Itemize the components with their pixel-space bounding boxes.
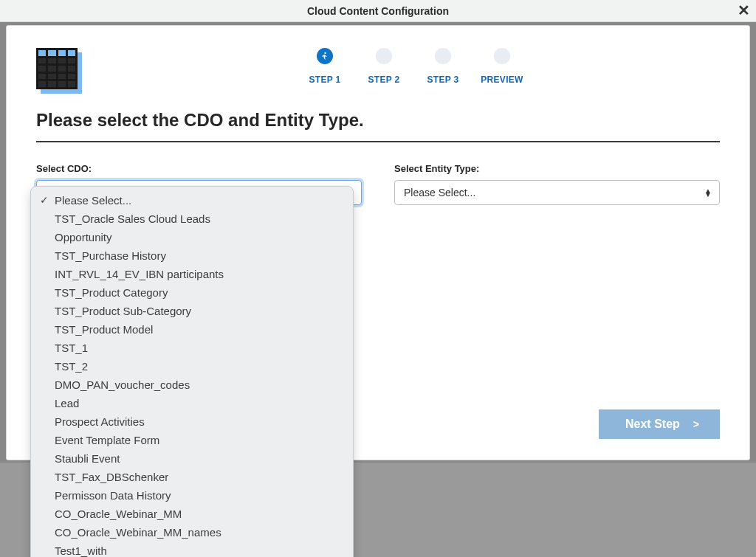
chevron-right-icon: >: [693, 418, 699, 430]
entity-select[interactable]: Please Select... ▲▼: [394, 180, 720, 205]
step-2[interactable]: STEP 2: [354, 48, 413, 85]
step-label: STEP 1: [309, 75, 341, 85]
cdo-dropdown[interactable]: Please Select...TST_Oracle Sales Cloud L…: [30, 186, 354, 557]
dropdown-item[interactable]: Opportunity: [31, 228, 353, 246]
modal-window: Cloud Content Configuration ✕: [0, 0, 756, 557]
dropdown-item[interactable]: Permisson Data History: [31, 486, 353, 505]
panel-header: STEP 1 STEP 2 STEP 3 PREVIEW: [36, 48, 720, 89]
titlebar: Cloud Content Configuration ✕: [0, 0, 756, 22]
dropdown-item[interactable]: DMO_PAN_voucher_codes: [31, 376, 353, 394]
stepper: STEP 1 STEP 2 STEP 3 PREVIEW: [107, 48, 720, 85]
step-label: STEP 2: [368, 75, 400, 85]
page-heading: Please select the CDO and Entity Type.: [36, 110, 720, 131]
step-preview[interactable]: PREVIEW: [472, 48, 532, 85]
divider: [36, 141, 720, 142]
step-1[interactable]: STEP 1: [295, 48, 354, 85]
step-3[interactable]: STEP 3: [413, 48, 472, 85]
table-icon: [36, 48, 78, 89]
dropdown-item[interactable]: TST_Product Sub-Category: [31, 302, 353, 320]
dropdown-item[interactable]: TST_Product Model: [31, 320, 353, 339]
dropdown-item[interactable]: Event Template Form: [31, 431, 353, 449]
entity-label: Select Entity Type:: [394, 163, 720, 174]
dropdown-item[interactable]: Please Select...: [31, 191, 353, 210]
step-dot: [376, 48, 392, 64]
dropdown-item[interactable]: Test1_with: [31, 542, 353, 557]
dropdown-item[interactable]: TST_2: [31, 357, 353, 376]
dropdown-item[interactable]: Lead: [31, 394, 353, 412]
runner-icon: [317, 48, 333, 64]
step-label: PREVIEW: [481, 75, 523, 85]
chevron-updown-icon: ▲▼: [704, 189, 712, 196]
dropdown-item[interactable]: TST_Product Category: [31, 283, 353, 302]
dropdown-item[interactable]: TST_1: [31, 339, 353, 357]
dropdown-item[interactable]: CO_Oracle_Webinar_MM_names: [31, 523, 353, 542]
modal-title: Cloud Content Configuration: [307, 5, 449, 17]
dropdown-item[interactable]: Staubli Event: [31, 449, 353, 468]
step-dot: [435, 48, 451, 64]
cdo-label: Select CDO:: [36, 163, 362, 174]
dropdown-item[interactable]: CO_Oracle_Webinar_MM: [31, 505, 353, 523]
dropdown-item[interactable]: Prospect Activities: [31, 412, 353, 431]
close-icon[interactable]: ✕: [738, 3, 750, 18]
next-step-button[interactable]: Next Step >: [599, 409, 720, 439]
entity-select-value: Please Select...: [404, 187, 475, 198]
next-step-label: Next Step: [625, 418, 680, 431]
dropdown-item[interactable]: TST_Fax_DBSchenker: [31, 468, 353, 486]
dropdown-item[interactable]: TST_Oracle Sales Cloud Leads: [31, 210, 353, 228]
entity-field: Select Entity Type: Please Select... ▲▼: [394, 163, 720, 205]
dropdown-item[interactable]: TST_Purchase History: [31, 246, 353, 265]
dropdown-item[interactable]: INT_RVL_14_EV_IBN participants: [31, 265, 353, 283]
step-dot: [494, 48, 510, 64]
step-label: STEP 3: [427, 75, 459, 85]
